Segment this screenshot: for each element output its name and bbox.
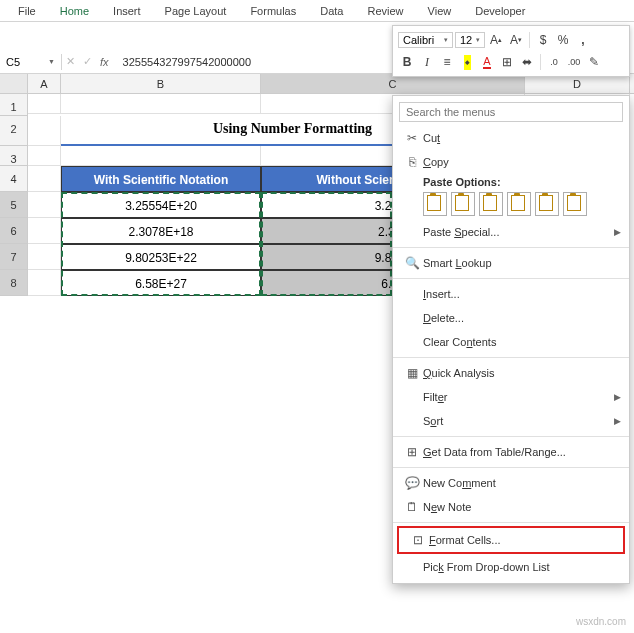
col-header-a[interactable]: A: [28, 74, 61, 93]
font-color-icon[interactable]: A: [478, 53, 496, 71]
menu-label: Sort: [423, 415, 614, 427]
decrease-font-icon[interactable]: A▾: [507, 31, 525, 49]
row-header-3[interactable]: 3: [0, 146, 28, 166]
tab-view[interactable]: View: [416, 2, 464, 21]
menu-paste-special[interactable]: Paste Special... ▶: [393, 220, 629, 244]
comma-format-icon[interactable]: ,: [574, 31, 592, 49]
menu-label: Clear Contents: [423, 336, 621, 348]
data-cell[interactable]: 6.58E+27: [61, 270, 261, 296]
menu-search[interactable]: [399, 102, 623, 122]
row-header-1[interactable]: 1: [0, 94, 28, 116]
cancel-icon[interactable]: ✕: [66, 55, 75, 68]
font-picker[interactable]: Calibri▾: [398, 32, 453, 48]
menu-new-comment[interactable]: 💬 New Comment: [393, 471, 629, 495]
menu-separator: [393, 522, 629, 523]
paste-formulas-icon[interactable]: [479, 192, 503, 216]
tab-review[interactable]: Review: [355, 2, 415, 21]
borders-icon[interactable]: ⊞: [498, 53, 516, 71]
menu-quick-analysis[interactable]: ▦ Quick Analysis: [393, 361, 629, 385]
merge-icon[interactable]: ⬌: [518, 53, 536, 71]
cell[interactable]: [28, 244, 61, 270]
tab-formulas[interactable]: Formulas: [238, 2, 308, 21]
tab-developer[interactable]: Developer: [463, 2, 537, 21]
tab-page-layout[interactable]: Page Layout: [153, 2, 239, 21]
cell[interactable]: [28, 166, 61, 192]
menu-get-data[interactable]: ⊞ Get Data from Table/Range...: [393, 440, 629, 464]
col-header-b[interactable]: B: [61, 74, 261, 93]
accounting-format-icon[interactable]: $: [534, 31, 552, 49]
fill-color-icon[interactable]: ⬥: [458, 53, 476, 71]
cell[interactable]: [28, 116, 61, 146]
row-header-2[interactable]: 2: [0, 116, 28, 146]
menu-pick-from-list[interactable]: Pick From Drop-down List: [393, 555, 629, 579]
cell[interactable]: [61, 146, 261, 166]
menu-separator: [393, 436, 629, 437]
menu-copy[interactable]: ⎘ Copy: [393, 150, 629, 174]
font-size-picker[interactable]: 12▾: [455, 32, 485, 48]
align-center-icon[interactable]: ≡: [438, 53, 456, 71]
increase-decimal-icon[interactable]: .00: [565, 53, 583, 71]
paste-transpose-icon[interactable]: [507, 192, 531, 216]
cell[interactable]: [28, 218, 61, 244]
note-icon: 🗒: [401, 500, 423, 514]
row-header-5[interactable]: 5: [0, 192, 28, 218]
menu-insert[interactable]: Insert...: [393, 282, 629, 306]
context-menu: ✂ Cut ⎘ Copy Paste Options: Paste Specia…: [392, 95, 630, 584]
cell[interactable]: [61, 94, 261, 114]
data-cell[interactable]: 9.80253E+22: [61, 244, 261, 270]
search-icon: 🔍: [401, 256, 423, 270]
highlight-box: ⊡ Format Cells...: [397, 526, 625, 554]
menu-label: Get Data from Table/Range...: [423, 446, 621, 458]
percent-format-icon[interactable]: %: [554, 31, 572, 49]
menu-separator: [393, 278, 629, 279]
menu-new-note[interactable]: 🗒 New Note: [393, 495, 629, 519]
menu-search-input[interactable]: [399, 102, 623, 122]
row-header-4[interactable]: 4: [0, 166, 28, 192]
enter-icon[interactable]: ✓: [83, 55, 92, 68]
font-size: 12: [460, 34, 472, 46]
data-cell[interactable]: 2.3078E+18: [61, 218, 261, 244]
paste-link-icon[interactable]: [563, 192, 587, 216]
ribbon-tabs: File Home Insert Page Layout Formulas Da…: [0, 0, 634, 22]
chevron-down-icon: ▾: [444, 36, 448, 44]
tab-data[interactable]: Data: [308, 2, 355, 21]
paste-formatting-icon[interactable]: [535, 192, 559, 216]
row-header-7[interactable]: 7: [0, 244, 28, 270]
mini-toolbar: Calibri▾ 12▾ A▴ A▾ $ % , B I ≡ ⬥ A ⊞ ⬌ .…: [392, 25, 630, 77]
cell[interactable]: [28, 94, 61, 114]
name-box[interactable]: C5▼: [0, 54, 62, 70]
italic-icon[interactable]: I: [418, 53, 436, 71]
header-cell-b[interactable]: With Scientific Notation: [61, 166, 261, 192]
row-header-8[interactable]: 8: [0, 270, 28, 296]
tab-file[interactable]: File: [6, 2, 48, 21]
menu-label: Delete...: [423, 312, 621, 324]
menu-label: Pick From Drop-down List: [423, 561, 621, 573]
paste-icon[interactable]: [423, 192, 447, 216]
menu-smart-lookup[interactable]: 🔍 Smart Lookup: [393, 251, 629, 275]
menu-label: Smart Lookup: [423, 257, 621, 269]
menu-label: Copy: [423, 156, 621, 168]
cell[interactable]: [28, 146, 61, 166]
menu-label: Quick Analysis: [423, 367, 621, 379]
format-cells-icon: ⊡: [407, 533, 429, 547]
tab-insert[interactable]: Insert: [101, 2, 153, 21]
fx-icon[interactable]: fx: [100, 56, 109, 68]
bold-icon[interactable]: B: [398, 53, 416, 71]
format-painter-icon[interactable]: ✎: [585, 53, 603, 71]
menu-delete[interactable]: Delete...: [393, 306, 629, 330]
menu-clear-contents[interactable]: Clear Contents: [393, 330, 629, 354]
paste-values-icon[interactable]: [451, 192, 475, 216]
menu-cut[interactable]: ✂ Cut: [393, 126, 629, 150]
cell[interactable]: [28, 192, 61, 218]
row-header-6[interactable]: 6: [0, 218, 28, 244]
decrease-decimal-icon[interactable]: .0: [545, 53, 563, 71]
tab-home[interactable]: Home: [48, 2, 101, 21]
increase-font-icon[interactable]: A▴: [487, 31, 505, 49]
menu-format-cells[interactable]: ⊡ Format Cells...: [399, 528, 623, 552]
chevron-down-icon: ▾: [476, 36, 480, 44]
cell[interactable]: [28, 270, 61, 296]
menu-sort[interactable]: Sort ▶: [393, 409, 629, 433]
select-all-corner[interactable]: [0, 74, 28, 93]
data-cell[interactable]: 3.25554E+20: [61, 192, 261, 218]
menu-filter[interactable]: Filter ▶: [393, 385, 629, 409]
